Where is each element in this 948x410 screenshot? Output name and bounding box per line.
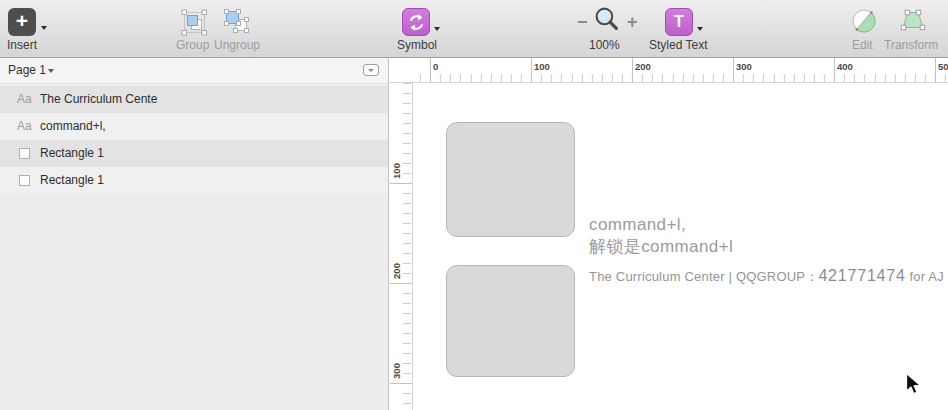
zoom-out-button[interactable]: −	[577, 12, 588, 33]
styled-text-dropdown-caret[interactable]	[697, 27, 703, 31]
layer-row-text-2[interactable]: Aa command+l,	[0, 113, 388, 140]
zoom-controls: − + 100%	[570, 0, 650, 57]
zoom-level: 100%	[589, 38, 620, 52]
ungroup-icon	[221, 8, 251, 36]
toolbar: + Insert Group	[0, 0, 948, 58]
transform-label: Transform	[884, 38, 938, 52]
ruler-label: 300	[391, 359, 403, 383]
group-button[interactable]: Group	[170, 0, 215, 57]
group-label: Group	[176, 38, 209, 52]
ruler-label: 300	[736, 61, 752, 72]
page-label: Page 1	[8, 58, 46, 83]
layer-row-text-1[interactable]: Aa The Curriculum Cente	[0, 86, 388, 113]
pages-panel-toggle-icon[interactable]	[363, 64, 379, 76]
horizontal-ruler[interactable]: 0 100 200 300 400 500	[413, 58, 948, 82]
layer-label: The Curriculum Cente	[40, 86, 157, 113]
ungroup-button[interactable]: Ungroup	[212, 0, 266, 57]
ruler-label: 100	[391, 159, 403, 183]
zoom-in-button[interactable]: +	[627, 12, 638, 33]
edit-label: Edit	[852, 38, 873, 52]
canvas-caption[interactable]: The Curriculum Center | QQGROUP：42177147…	[589, 267, 944, 286]
ungroup-label: Ungroup	[214, 38, 260, 52]
page-selector[interactable]: Page 1	[0, 58, 388, 84]
insert-label: Insert	[7, 38, 37, 52]
rectangle-shape-1[interactable]	[446, 122, 575, 237]
transform-button[interactable]: Transform	[884, 0, 944, 57]
ruler-label: 100	[534, 61, 550, 72]
ruler-label: 400	[837, 61, 853, 72]
ruler-label: 0	[433, 61, 438, 72]
page-dropdown-caret[interactable]	[48, 69, 54, 73]
insert-button[interactable]: + Insert	[0, 0, 52, 57]
canvas-text-line2: 解锁是command+l	[589, 236, 733, 258]
caption-number: 421771474	[818, 267, 905, 284]
symbol-dropdown-caret[interactable]	[434, 27, 440, 31]
canvas-text-line1: command+l,	[589, 214, 733, 236]
magnifier-icon[interactable]	[593, 6, 620, 33]
caption-prefix: The Curriculum Center | QQGROUP：	[589, 269, 818, 284]
mouse-cursor	[905, 372, 923, 397]
text-layer-icon: Aa	[17, 86, 32, 113]
edit-button[interactable]: Edit	[843, 0, 883, 57]
plus-icon: +	[8, 8, 36, 36]
transform-icon	[899, 6, 927, 34]
rectangle-layer-icon	[19, 175, 30, 186]
styled-text-label: Styled Text	[649, 38, 707, 52]
layer-row-rect-2[interactable]: Rectangle 1	[0, 167, 388, 194]
vertical-ruler[interactable]: 100 200 300	[390, 83, 413, 410]
layer-row-rect-1[interactable]: Rectangle 1	[0, 140, 388, 167]
sketch-window: + Insert Group	[0, 0, 948, 410]
group-icon	[180, 9, 208, 37]
ruler-label: 200	[635, 61, 651, 72]
insert-dropdown-caret[interactable]	[41, 26, 47, 30]
edit-icon	[849, 5, 879, 35]
rectangle-layer-icon	[19, 148, 30, 159]
rectangle-shape-2[interactable]	[446, 265, 575, 377]
ruler-label: 500	[938, 61, 948, 72]
ruler-ticks	[403, 83, 411, 410]
caption-suffix: for AJ	[906, 269, 944, 284]
styled-text-icon: T	[665, 8, 693, 36]
layers-sidebar: Page 1 Aa The Curriculum Cente Aa comman…	[0, 58, 389, 410]
layer-label: command+l,	[40, 113, 106, 140]
ruler-label: 200	[391, 259, 403, 283]
text-layer-icon: Aa	[17, 113, 32, 140]
canvas-text-block[interactable]: command+l, 解锁是command+l	[589, 214, 733, 258]
ruler-ticks	[413, 74, 948, 82]
layer-label: Rectangle 1	[40, 140, 104, 167]
symbol-icon	[402, 8, 430, 36]
layer-label: Rectangle 1	[40, 167, 104, 194]
symbol-label: Symbol	[397, 38, 437, 52]
styled-text-button[interactable]: T Styled Text	[647, 0, 715, 57]
canvas[interactable]: command+l, 解锁是command+l The Curriculum C…	[413, 83, 948, 410]
ruler-corner	[390, 58, 413, 83]
symbol-button[interactable]: Symbol	[394, 0, 444, 57]
